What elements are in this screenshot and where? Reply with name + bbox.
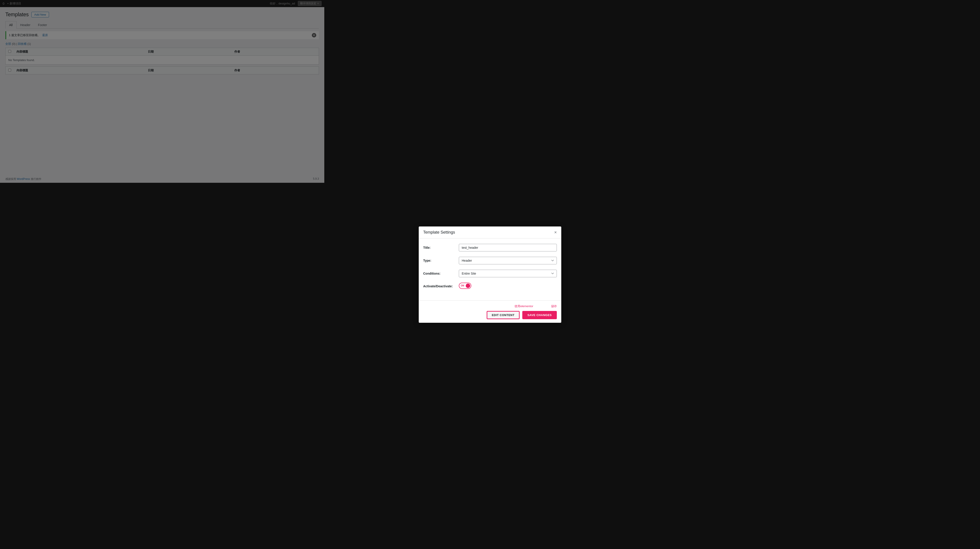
modal-overlay: Template Settings × Title: Type: Header … <box>0 0 324 183</box>
